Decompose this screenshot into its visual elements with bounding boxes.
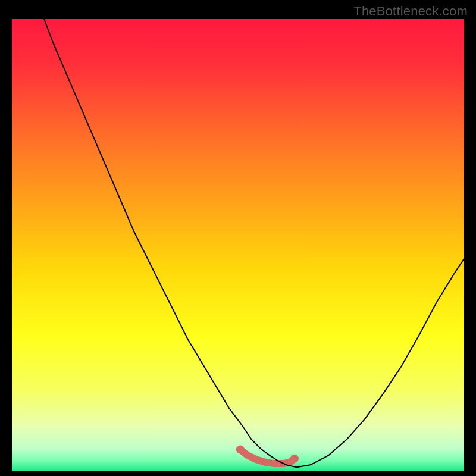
chart-container: TheBottleneck.com — [0, 0, 476, 476]
chart-svg — [12, 19, 464, 471]
watermark-text: TheBottleneck.com — [353, 4, 468, 19]
gradient-background — [12, 19, 464, 471]
highlight-dot — [236, 446, 245, 454]
plot-area — [12, 19, 464, 471]
highlight-dot — [290, 455, 299, 463]
